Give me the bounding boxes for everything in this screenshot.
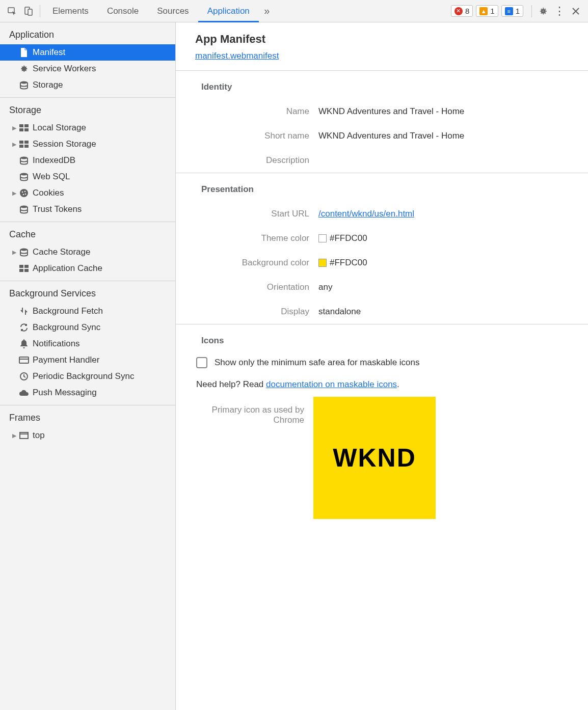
sidebar-item-label: Storage [33,80,63,90]
sidebar-item-label: Session Storage [33,139,96,149]
label-theme-color: Theme color [186,233,318,243]
warnings-badge[interactable]: ▲ 1 [476,5,498,17]
sidebar-item-bg-fetch[interactable]: Background Fetch [0,303,175,319]
svg-rect-27 [20,432,28,439]
kebab-icon[interactable]: ⋮ [553,5,566,17]
expand-icon[interactable]: ▶ [11,190,17,197]
separator [531,5,532,17]
row-name: Name WKND Adventures and Travel - Home [176,99,588,124]
svg-rect-11 [24,145,29,148]
label-orientation: Orientation [186,282,318,292]
expand-icon[interactable]: ▶ [11,432,17,439]
svg-rect-10 [19,145,23,148]
warnings-count: 1 [490,7,494,15]
sidebar-item-storage[interactable]: Storage [0,77,175,93]
sidebar-item-trust-tokens[interactable]: Trust Tokens [0,201,175,217]
sidebar-item-label: Background Fetch [33,306,103,316]
sidebar-item-label: Trust Tokens [33,204,82,214]
tab-application[interactable]: Application [198,0,259,22]
sidebar-item-indexeddb[interactable]: IndexedDB [0,152,175,169]
svg-point-13 [20,173,28,176]
maskable-docs-link[interactable]: documentation on maskable icons [266,379,397,389]
sidebar-item-application-cache[interactable]: Application Cache [0,260,175,277]
help-suffix: . [397,379,399,389]
bg-color-swatch [318,259,327,267]
value-theme-color: #FFDC00 [330,233,367,243]
label-description: Description [186,155,318,166]
sidebar-item-frame-top[interactable]: ▶ top [0,427,175,444]
sidebar-item-bg-sync[interactable]: Background Sync [0,319,175,336]
svg-point-12 [20,157,28,159]
cookie-icon [18,188,30,198]
sidebar-item-cookies[interactable]: ▶ Cookies [0,185,175,201]
table-icon [18,124,30,131]
section-presentation: Presentation [176,173,588,202]
expand-icon[interactable]: ▶ [11,125,17,131]
sidebar-item-periodic-sync[interactable]: Periodic Background Sync [0,368,175,385]
more-tabs-icon[interactable]: » [261,5,273,17]
manifest-file-link[interactable]: manifest.webmanifest [195,51,279,61]
page-title: App Manifest [176,33,588,51]
sidebar-item-label: Manifest [33,47,65,58]
expand-icon[interactable]: ▶ [11,141,17,148]
errors-count: 8 [465,7,469,15]
issues-badge[interactable]: ≡ 1 [501,5,523,17]
value-bg-color: #FFDC00 [330,258,367,268]
sidebar-section-storage: Storage [0,98,175,120]
inspect-icon[interactable] [6,5,18,17]
svg-point-16 [24,191,26,193]
svg-rect-23 [19,269,23,272]
row-short-name: Short name WKND Adventures and Travel - … [176,124,588,148]
manifest-panel: App Manifest manifest.webmanifest Identi… [176,22,588,710]
card-icon [18,357,30,364]
sidebar-section-cache: Cache [0,222,175,244]
errors-badge[interactable]: ✕ 8 [451,5,473,17]
tab-console[interactable]: Console [98,0,148,22]
primary-icon-label: Primary icon as used by Chrome [196,402,313,519]
row-theme-color: Theme color #FFDC00 [176,226,588,251]
sidebar-item-session-storage[interactable]: ▶ Session Storage [0,136,175,152]
tab-elements[interactable]: Elements [43,0,98,22]
tab-sources[interactable]: Sources [148,0,198,22]
frame-icon [18,432,30,439]
row-start-url: Start URL /content/wknd/us/en.html [176,202,588,226]
maskable-checkbox-row[interactable]: Show only the minimum safe area for mask… [176,353,588,372]
fetch-icon [18,307,30,316]
sidebar-section-frames: Frames [0,405,175,427]
sidebar-item-label: Background Sync [33,322,100,333]
svg-point-19 [20,206,28,208]
sidebar-item-manifest[interactable]: Manifest [0,44,175,61]
sidebar-item-label: Cookies [33,188,64,198]
devtools-tabbar: Elements Console Sources Application » ✕… [0,0,588,22]
sidebar-item-cache-storage[interactable]: ▶ Cache Storage [0,244,175,260]
icon-text: WKND [333,443,416,473]
sidebar-item-local-storage[interactable]: ▶ Local Storage [0,120,175,136]
sidebar-item-label: Cache Storage [33,247,90,257]
svg-rect-9 [24,141,29,144]
issue-icon: ≡ [505,7,513,15]
checkbox-icon[interactable] [196,357,207,368]
sidebar-item-notifications[interactable]: Notifications [0,336,175,352]
value-name: WKND Adventures and Travel - Home [318,106,464,117]
database-icon [18,205,30,214]
settings-icon[interactable] [537,5,549,17]
svg-point-20 [20,249,28,251]
svg-rect-5 [24,124,29,127]
sidebar-item-label: top [33,430,45,441]
sidebar-section-application: Application [0,22,175,44]
row-display: Display standalone [176,299,588,324]
sidebar-item-label: IndexedDB [33,155,75,166]
svg-rect-24 [24,269,29,272]
sidebar-item-service-workers[interactable]: Service Workers [0,61,175,77]
close-icon[interactable] [570,5,582,17]
value-start-url[interactable]: /content/wknd/us/en.html [318,209,414,219]
sidebar-item-payment[interactable]: Payment Handler [0,352,175,368]
device-toggle-icon[interactable] [22,5,35,17]
sidebar-item-push[interactable]: Push Messaging [0,385,175,401]
clock-icon [18,372,30,381]
row-bg-color: Background color #FFDC00 [176,251,588,275]
sidebar-item-label: Web SQL [33,172,70,182]
expand-icon[interactable]: ▶ [11,249,17,256]
maskable-checkbox-label: Show only the minimum safe area for mask… [215,358,420,368]
sidebar-item-websql[interactable]: Web SQL [0,169,175,185]
